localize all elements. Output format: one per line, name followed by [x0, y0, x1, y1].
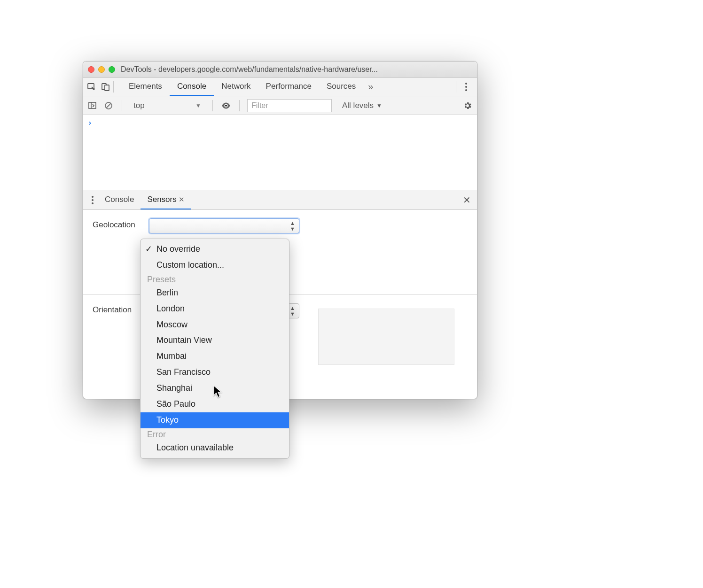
toggle-sidebar-icon[interactable]: [87, 100, 98, 111]
dropdown-item-preset[interactable]: Moscow: [141, 317, 289, 333]
dropdown-item-preset[interactable]: Berlin: [141, 285, 289, 301]
orientation-preview[interactable]: [318, 309, 454, 365]
device-toolbar-icon[interactable]: [101, 82, 110, 92]
svg-rect-6: [89, 102, 96, 108]
dropdown-item-preset[interactable]: Mountain View: [141, 333, 289, 348]
tab-console[interactable]: Console: [170, 77, 214, 96]
console-body[interactable]: ›: [83, 115, 477, 190]
svg-point-9: [92, 196, 94, 198]
drawer-tab-bar: Console Sensors ✕ ✕: [83, 190, 477, 210]
console-toolbar: top ▼ All levels ▼: [83, 96, 477, 115]
drawer-tab-console[interactable]: Console: [98, 190, 141, 209]
dropdown-item-preset[interactable]: Mumbai: [141, 348, 289, 364]
dropdown-group-presets: Presets: [141, 273, 289, 285]
drawer-tab-sensors[interactable]: Sensors ✕: [141, 190, 191, 209]
tab-sources[interactable]: Sources: [319, 77, 363, 96]
svg-rect-2: [105, 85, 109, 91]
maximize-window-button[interactable]: [109, 66, 115, 73]
tab-performance[interactable]: Performance: [258, 77, 319, 96]
svg-point-4: [465, 86, 467, 88]
more-options-button[interactable]: [459, 83, 473, 91]
cursor-icon: [213, 385, 223, 400]
dropdown-item-location-unavailable[interactable]: Location unavailable: [141, 440, 289, 456]
divider: [239, 100, 240, 111]
drawer-more-button[interactable]: [87, 196, 98, 204]
dropdown-group-error: Error: [141, 428, 289, 440]
svg-point-3: [465, 83, 467, 85]
context-value: top: [133, 101, 145, 110]
geolocation-row: Geolocation ▲▼: [93, 218, 468, 233]
dropdown-item-preset[interactable]: San Francisco: [141, 364, 289, 380]
context-selector[interactable]: top ▼: [130, 99, 205, 112]
dropdown-item-custom[interactable]: Custom location...: [141, 257, 289, 273]
divider: [113, 81, 114, 93]
geolocation-select[interactable]: ▲▼: [149, 218, 299, 233]
divider: [456, 81, 456, 93]
levels-label: All levels: [342, 101, 374, 110]
select-arrows-icon: ▲▼: [290, 220, 295, 232]
svg-point-5: [465, 89, 467, 91]
close-icon[interactable]: ✕: [179, 195, 185, 204]
minimize-window-button[interactable]: [98, 66, 105, 73]
caret-down-icon: ▼: [195, 102, 201, 109]
tabs-overflow-button[interactable]: »: [363, 77, 378, 96]
console-settings-icon[interactable]: [462, 100, 473, 111]
svg-point-10: [92, 199, 94, 201]
geolocation-label: Geolocation: [93, 218, 149, 230]
tab-elements[interactable]: Elements: [121, 77, 170, 96]
dropdown-item-preset[interactable]: Tokyo: [141, 412, 289, 428]
dropdown-item-no-override[interactable]: No override: [141, 241, 289, 257]
dropdown-item-preset[interactable]: London: [141, 301, 289, 317]
window-title: DevTools - developers.google.com/web/fun…: [121, 65, 472, 74]
tab-network[interactable]: Network: [214, 77, 258, 96]
log-levels-selector[interactable]: All levels ▼: [342, 101, 382, 110]
close-window-button[interactable]: [88, 66, 94, 73]
drawer-close-button[interactable]: ✕: [460, 194, 473, 206]
divider: [212, 100, 213, 111]
select-arrows-icon: ▲▼: [290, 305, 295, 317]
window-controls: [88, 66, 115, 73]
tabs-list: Elements Console Network Performance Sou…: [121, 77, 453, 96]
geolocation-dropdown: No override Custom location... Presets B…: [140, 239, 289, 459]
live-expression-icon[interactable]: [220, 100, 232, 111]
inspect-element-icon[interactable]: [87, 82, 96, 92]
caret-down-icon: ▼: [376, 102, 382, 109]
svg-point-8: [225, 105, 227, 107]
console-prompt-icon: ›: [88, 119, 92, 127]
svg-point-11: [92, 202, 94, 204]
divider: [122, 100, 122, 111]
clear-console-icon[interactable]: [103, 100, 114, 111]
filter-input[interactable]: [247, 99, 332, 112]
drawer-tab-sensors-label: Sensors: [147, 195, 176, 204]
main-tab-bar: Elements Console Network Performance Sou…: [83, 77, 477, 96]
titlebar: DevTools - developers.google.com/web/fun…: [83, 62, 477, 77]
